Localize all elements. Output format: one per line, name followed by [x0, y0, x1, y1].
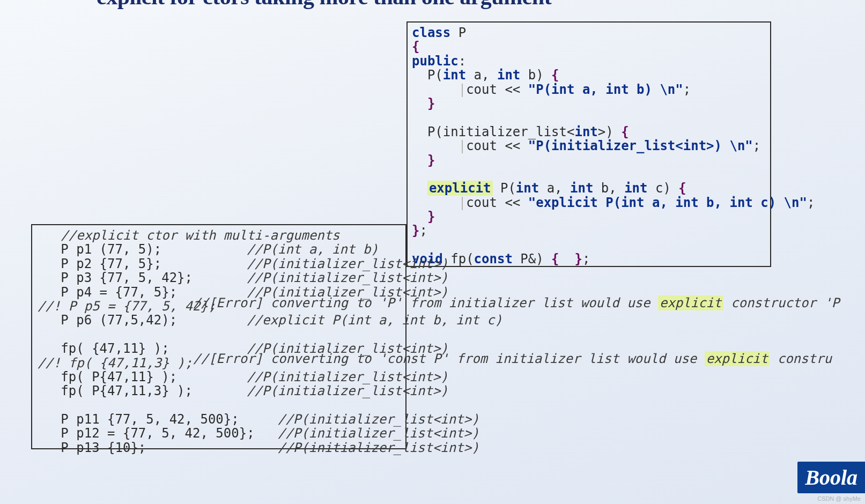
slide-title-fragment: explicit for ctors taking more than one …	[97, 0, 551, 10]
watermark-small: CSDN @ shyMe	[817, 495, 861, 502]
code-top: class P { public: P(int a, int b) { |cou…	[412, 26, 766, 266]
code-bottom: //explicit ctor with multi-arguments P p…	[38, 228, 400, 455]
code-box-usage: //explicit ctor with multi-arguments P p…	[31, 224, 406, 449]
code-box-class-definition: class P { public: P(int a, int b) { |cou…	[406, 21, 771, 267]
overflow-error-comment: //[Error] converting to 'const P' from i…	[193, 351, 832, 366]
brand-watermark: Boola	[797, 462, 865, 493]
overflow-error-comment: //[Error] converting to 'P' from initial…	[193, 295, 839, 310]
